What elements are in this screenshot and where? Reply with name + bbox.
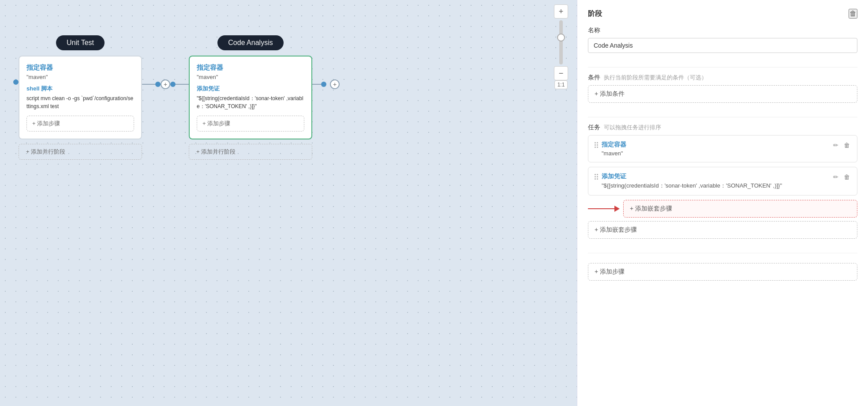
task-credential-delete-button[interactable]: 🗑 [843,173,851,181]
divider-2 [588,117,857,117]
task-item-credential-header: 添加凭证 "${[string(credentialsId：'sonar-tok… [595,173,851,190]
panel-name-input[interactable] [588,38,857,53]
stage-code-analysis-card[interactable]: 指定容器 "maven" 添加凭证 "${[string(credentials… [189,56,312,139]
condition-label-row: 条件 执行当前阶段所需要满足的条件（可选） [588,74,857,82]
right-panel: 阶段 🗑 名称 条件 执行当前阶段所需要满足的条件（可选） + 添加条件 任务 … [577,0,868,406]
task-label-sub: 可以拖拽任务进行排序 [604,124,661,132]
pipeline: Unit Test 指定容器 "maven" shell 脚本 script m… [13,35,340,160]
task-container-actions: ✏ 🗑 [832,141,851,150]
task-credential-value: "${[string(credentialsId：'sonar-token' ,… [602,182,782,190]
task-container-name: 指定容器 [602,141,626,149]
task-container-delete-button[interactable]: 🗑 [843,141,851,150]
panel-header: 阶段 🗑 [588,9,857,19]
stage-code-analysis-label: Code Analysis [217,35,283,50]
stage-connector: + [142,79,189,89]
connector-dot-left [155,82,161,87]
task-item-credential: 添加凭证 "${[string(credentialsId：'sonar-tok… [588,167,857,195]
code-analysis-credential-value: "${[string(credentialsId：'sonar-token' ,… [197,94,304,110]
add-nested-button[interactable]: + 添加嵌套步骤 [588,221,857,239]
right-connector: + [312,79,340,89]
unit-test-shell-title: shell 脚本 [26,85,134,93]
right-line [312,84,321,85]
zoom-out-button[interactable]: − [554,66,568,80]
entry-connector [13,79,19,85]
task-credential-info: 添加凭证 "${[string(credentialsId：'sonar-tok… [602,173,782,190]
task-credential-name: 添加凭证 [602,173,782,180]
unit-test-add-parallel-button[interactable]: + 添加并行阶段 [19,144,142,160]
code-analysis-container-title: 指定容器 [197,64,304,72]
code-analysis-container-value: "maven" [197,74,304,80]
zoom-thumb[interactable] [557,34,565,41]
unit-test-add-step-button[interactable]: + 添加步骤 [26,116,134,132]
pipeline-canvas: + − 1:1 Unit Test 指定容器 "maven" shell 脚本 … [0,0,577,406]
unit-test-container-value: "maven" [26,74,134,80]
arrow-row: + 添加嵌套步骤 [588,200,857,218]
zoom-in-button[interactable]: + [554,4,568,19]
add-after-button[interactable]: + [330,79,340,89]
arrow-line [588,208,614,209]
panel-name-label: 名称 [588,26,857,34]
stage-unit-test-card[interactable]: 指定容器 "maven" shell 脚本 script mvn clean -… [19,56,142,139]
zoom-slider[interactable] [559,20,563,64]
stage-code-analysis: Code Analysis 指定容器 "maven" 添加凭证 "${[stri… [189,35,312,160]
task-container-edit-button[interactable]: ✏ [832,141,839,150]
add-nested-highlighted-button[interactable]: + 添加嵌套步骤 [623,200,857,218]
add-condition-button[interactable]: + 添加条件 [588,85,857,103]
task-item-container: 指定容器 "maven" ✏ 🗑 [588,135,857,162]
panel-task-section: 任务 可以拖拽任务进行排序 指定容器 "maven" [588,124,857,239]
divider-3 [588,253,857,253]
task-item-container-header: 指定容器 "maven" ✏ 🗑 [595,141,851,157]
condition-label-main: 条件 [588,74,600,82]
code-analysis-add-parallel-button[interactable]: + 添加并行阶段 [189,144,312,160]
panel-title: 阶段 [588,9,602,19]
unit-test-shell-value: script mvn clean -o -gs `pwd`/configurat… [26,94,134,110]
panel-delete-button[interactable]: 🗑 [849,9,857,19]
code-analysis-credential-title: 添加凭证 [197,85,304,93]
task-label-main: 任务 [588,124,600,132]
connector-line-left [142,84,155,85]
task-label-row: 任务 可以拖拽任务进行排序 [588,124,857,132]
task-credential-edit-button[interactable]: ✏ [832,173,839,181]
unit-test-container-title: 指定容器 [26,64,134,72]
task-container-info: 指定容器 "maven" [602,141,626,157]
drag-handle-credential[interactable] [595,174,598,180]
add-stage-button[interactable]: + [161,79,170,89]
stage-unit-test-label: Unit Test [56,35,105,50]
task-item-container-left: 指定容器 "maven" [595,141,626,157]
task-credential-actions: ✏ 🗑 [832,173,851,181]
condition-label-sub: 执行当前阶段所需要满足的条件（可选） [604,74,707,82]
divider-1 [588,67,857,68]
add-step-panel-button[interactable]: + 添加步骤 [588,263,857,281]
nested-arrow [588,206,620,212]
connector-dot-right [170,82,176,87]
stage-unit-test: Unit Test 指定容器 "maven" shell 脚本 script m… [19,35,142,160]
arrow-head [614,206,620,212]
drag-handle-container[interactable] [595,142,598,148]
entry-dot [13,79,19,85]
zoom-control: + − 1:1 [554,4,568,89]
zoom-label: 1:1 [554,80,568,89]
panel-name-section: 名称 [588,26,857,53]
right-dot [321,82,326,87]
connector-line-right [176,84,189,85]
code-analysis-add-step-button[interactable]: + 添加步骤 [197,116,304,132]
panel-condition-section: 条件 执行当前阶段所需要满足的条件（可选） + 添加条件 [588,74,857,103]
task-container-value: "maven" [602,150,626,157]
task-item-credential-left: 添加凭证 "${[string(credentialsId：'sonar-tok… [595,173,782,190]
